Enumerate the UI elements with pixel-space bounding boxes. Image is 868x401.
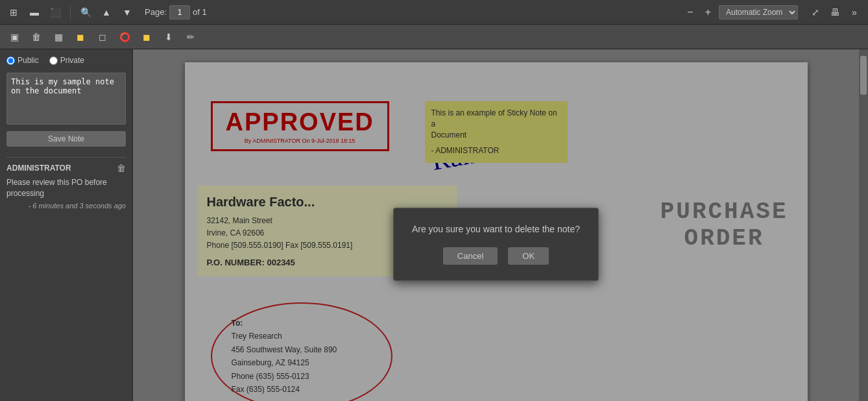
delete-note-dialog: Are you sure you want to delete the note… [393, 208, 599, 281]
public-label: Public [18, 56, 39, 65]
print-btn[interactable]: 🖶 [826, 4, 843, 21]
zoom-minus-btn[interactable]: − [683, 5, 697, 19]
pdf-viewer: APPROVED By ADMINISTRATOR On 9-Jul-2018 … [133, 49, 859, 401]
expand-icons: ⤢ 🖶 » [807, 4, 863, 21]
scrollbar-track [859, 49, 868, 401]
prev-page-btn[interactable]: ▲ [98, 4, 115, 21]
ann-color2-btn[interactable]: ◻ [93, 28, 112, 46]
zoom-select[interactable]: Automatic Zoom [719, 5, 798, 19]
expand-btn[interactable]: ⤢ [807, 4, 824, 21]
main-area: Public Private This is my sample note on… [0, 49, 868, 401]
ann-highlight-btn[interactable]: ▦ [49, 28, 67, 46]
note-text: Please review this PO before processing [6, 177, 126, 199]
dialog-message: Are you sure you want to delete the note… [412, 224, 580, 234]
private-radio[interactable] [49, 56, 58, 65]
zoom-plus-btn[interactable]: + [701, 5, 715, 19]
ann-select-btn[interactable]: ▣ [5, 28, 23, 46]
page-total: of 1 [193, 7, 207, 17]
divider-1 [70, 5, 71, 19]
ann-stamp-btn[interactable]: ⭕ [115, 28, 134, 46]
notes-sidebar: Public Private This is my sample note on… [0, 49, 133, 401]
ann-delete-btn[interactable]: 🗑 [27, 28, 45, 46]
note-author-row: ADMINISTRATOR 🗑 [6, 163, 126, 173]
ann-pen-btn[interactable]: ✏ [182, 28, 200, 46]
note-textarea[interactable]: This is my sample note on the document [6, 73, 126, 125]
page-number-input[interactable] [169, 5, 190, 19]
public-radio[interactable] [6, 56, 15, 65]
dialog-overlay: Are you sure you want to delete the note… [185, 62, 808, 401]
dialog-cancel-button[interactable]: Cancel [443, 247, 498, 265]
grid-icon-btn[interactable]: ⊞ [5, 4, 22, 21]
private-radio-label[interactable]: Private [49, 56, 84, 65]
next-page-btn[interactable]: ▼ [119, 4, 136, 21]
public-radio-label[interactable]: Public [6, 56, 39, 65]
dialog-ok-button[interactable]: OK [508, 247, 549, 265]
search-btn[interactable]: 🔍 [77, 4, 94, 21]
note-author: ADMINISTRATOR [6, 164, 71, 173]
forward-btn[interactable]: » [846, 4, 863, 21]
zoom-controls: − + Automatic Zoom [683, 5, 798, 19]
ann-color3-btn[interactable]: ◼ [138, 28, 156, 46]
screenshot-btn[interactable]: ⬛ [47, 4, 64, 21]
note-entry: ADMINISTRATOR 🗑 Please review this PO be… [6, 157, 126, 210]
pdf-page: APPROVED By ADMINISTRATOR On 9-Jul-2018 … [185, 62, 808, 401]
page-nav: Page: of 1 [145, 5, 207, 19]
page-label: Page: [145, 7, 167, 17]
dialog-buttons: Cancel OK [412, 247, 580, 265]
ann-download-btn[interactable]: ⬇ [160, 28, 178, 46]
private-label: Private [60, 56, 84, 65]
note-delete-btn[interactable]: 🗑 [117, 163, 126, 173]
top-toolbar: ⊞ ▬ ⬛ 🔍 ▲ ▼ Page: of 1 − + Automatic Zoo… [0, 0, 868, 25]
scrollbar-thumb[interactable] [860, 56, 867, 95]
annotation-toolbar: ▣ 🗑 ▦ ◼ ◻ ⭕ ◼ ⬇ ✏ [0, 25, 868, 49]
note-time: - 6 minutes and 3 seconds ago [6, 202, 126, 210]
sidebar-toggle-btn[interactable]: ▬ [26, 4, 43, 21]
ann-color1-btn[interactable]: ◼ [71, 28, 90, 46]
save-note-button[interactable]: Save Note [6, 131, 126, 147]
visibility-row: Public Private [6, 56, 126, 65]
